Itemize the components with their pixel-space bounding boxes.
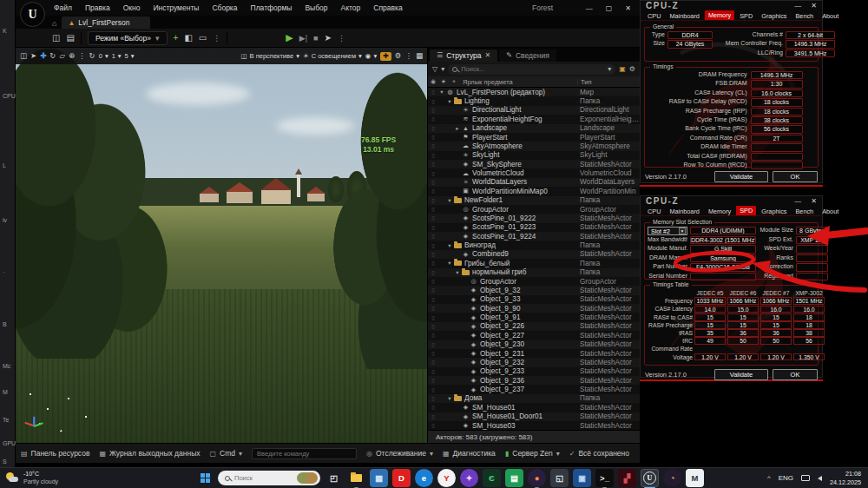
outliner-row[interactable]: ▯≡WorldDataLayersWorldDataLayers <box>428 178 640 187</box>
cpuz-tab[interactable]: About <box>819 10 842 20</box>
tab-level[interactable]: ▲ Lvl_FirstPerson <box>62 16 150 29</box>
type-column-header[interactable]: Тип <box>577 78 640 86</box>
cpuz-titlebar[interactable]: CPU-Z — ✕ <box>641 196 822 206</box>
expand-arrow-icon[interactable]: ▾ <box>446 395 453 402</box>
edge-browser-icon[interactable]: e <box>415 469 433 487</box>
outliner-row[interactable]: ▯▾ВиноградПапка <box>428 241 640 249</box>
add-actor-icon[interactable]: + <box>174 34 179 43</box>
menu-item[interactable]: Справка <box>373 3 402 12</box>
row-doc-icon[interactable]: ▯ <box>428 269 438 276</box>
expand-arrow-icon[interactable]: ▾ <box>446 98 453 105</box>
outliner-row[interactable]: ▯▾Грибы_белыйПапка <box>428 259 640 267</box>
outliner-row[interactable]: ▯◈Object_9_90StaticMeshActor <box>428 304 640 313</box>
browse-icon[interactable]: ▤ <box>66 34 74 43</box>
lit-mode-dropdown[interactable]: ☀ С освещением▾ <box>303 52 362 60</box>
outliner-row[interactable]: ▯◈Object_9_236StaticMeshActor <box>428 376 640 385</box>
medibang-app-icon[interactable]: M <box>686 469 704 487</box>
sphere-app-icon[interactable]: ◔ <box>663 469 681 487</box>
row-doc-icon[interactable]: ▯ <box>428 142 438 149</box>
purple-circle-app-icon[interactable]: ✦ <box>460 469 478 487</box>
row-doc-icon[interactable]: ▯ <box>428 377 438 384</box>
row-doc-icon[interactable]: ▯ <box>428 224 438 231</box>
cpuz-tab[interactable]: CPU <box>644 10 664 20</box>
play-options-kebab-icon[interactable]: ⋮ <box>338 34 345 43</box>
minimize-icon[interactable]: — <box>586 4 593 12</box>
unreal-titlebar[interactable]: ФайлПравкаОкноИнструментыСборкаПлатформы… <box>16 0 640 16</box>
unreal-editor-icon[interactable]: U <box>641 469 659 487</box>
row-doc-icon[interactable]: ▯ <box>428 197 438 204</box>
outliner-row[interactable]: ▯◈ScotsPine_01_9224StaticMeshActor <box>428 232 640 241</box>
expand-arrow-icon[interactable]: ▾ <box>446 242 453 249</box>
cpuz-titlebar[interactable]: CPU-Z — ✕ <box>641 1 822 10</box>
filter-funnel-icon[interactable]: ▽ <box>432 66 437 73</box>
outliner-row[interactable]: ▯◎GroupActorGroupActor <box>428 205 640 214</box>
row-doc-icon[interactable]: ▯ <box>428 422 438 429</box>
show-flags-dropdown[interactable]: ◉▾ <box>365 52 377 60</box>
menu-item[interactable]: Инструменты <box>153 3 199 12</box>
launch-button[interactable]: ➤ <box>324 34 331 43</box>
menu-item[interactable]: Правка <box>85 3 110 12</box>
start-button[interactable] <box>196 470 214 487</box>
outliner-row[interactable]: ▯◈Object_9_33StaticMeshActor <box>428 295 640 304</box>
menu-item[interactable]: Актор <box>341 3 361 12</box>
pin-column-icon[interactable]: ⌖ <box>449 78 459 85</box>
outliner-row[interactable]: ▯≋ExponentialHeightFogExponentialHeightF… <box>428 115 640 123</box>
expand-arrow-icon[interactable]: ▸ <box>454 125 461 132</box>
row-doc-icon[interactable]: ▯ <box>428 233 438 240</box>
expand-arrow-icon[interactable]: ▾ <box>446 197 453 204</box>
outliner-row[interactable]: ▯◈SM_House03StaticMeshActor <box>428 421 640 430</box>
label-column-header[interactable]: Ярлык предмета <box>459 78 577 86</box>
layout-grid-icon[interactable]: ▦ <box>416 52 423 60</box>
content-drawer-button[interactable]: ▤ Панель ресурсов <box>21 449 89 458</box>
close-tab-icon[interactable]: ✕ <box>485 52 491 59</box>
validate-button[interactable]: Validate <box>714 171 768 182</box>
cpuz-tab[interactable]: SPD <box>736 206 756 215</box>
cpuz-tab[interactable]: SPD <box>736 10 756 20</box>
select-tool-icon[interactable]: ➤ <box>30 52 36 60</box>
zen-server-dropdown[interactable]: ▮ Сервер Zen ▾ <box>505 449 560 458</box>
new-folder-icon[interactable]: ▣ <box>619 66 626 73</box>
outliner-row[interactable]: ▯◈Object_9_237StaticMeshActor <box>428 385 640 393</box>
editor-mode-button[interactable]: Режим «Выбор» ▾ <box>88 31 168 45</box>
outliner-row[interactable]: ▯◈Object_9_227StaticMeshActor <box>428 331 640 340</box>
ok-button[interactable]: OK <box>773 369 818 380</box>
row-doc-icon[interactable]: ▯ <box>428 152 438 159</box>
menu-item[interactable]: Платформы <box>251 3 293 12</box>
window-stack-app-icon[interactable]: ◱ <box>550 469 569 487</box>
outliner-row[interactable]: ▯◈Combined9StaticMeshActor <box>428 250 640 259</box>
cpuz-tab[interactable]: CPU <box>644 206 664 215</box>
outliner-row[interactable]: ▯▾нормльный грибПапка <box>428 268 640 277</box>
row-doc-icon[interactable]: ▯ <box>428 179 438 186</box>
chevron-down-icon[interactable]: ▾ <box>679 228 686 234</box>
yandex-browser-icon[interactable]: Y <box>437 469 456 487</box>
outliner-row[interactable]: ▯☁VolumetricCloudVolumetricCloud <box>428 168 640 177</box>
outliner-row[interactable]: ▯☀SkyLightSkyLight <box>428 151 640 160</box>
snap-angle-dropdown[interactable]: 0▾ <box>99 52 108 60</box>
expand-arrow-icon[interactable]: ▾ <box>446 260 453 267</box>
search-highlight-thumbnail[interactable] <box>297 472 318 484</box>
play-button[interactable]: ▶ <box>286 32 293 43</box>
row-doc-icon[interactable]: ▯ <box>428 115 438 122</box>
perspective-dropdown[interactable]: ◫ В перспективе▾ <box>241 52 299 60</box>
stop-button[interactable]: ■ <box>313 34 318 43</box>
close-icon[interactable]: ✕ <box>625 4 631 12</box>
row-doc-icon[interactable]: ▯ <box>428 251 438 258</box>
all-saved-status[interactable]: ✓ Всё сохранено <box>569 449 635 458</box>
trace-dropdown[interactable]: ◎ Отслеживание ▾ <box>366 449 433 458</box>
menu-item[interactable]: Окно <box>123 3 141 12</box>
row-doc-icon[interactable]: ▯ <box>428 125 438 132</box>
chevron-down-icon[interactable]: ▾ <box>608 66 611 73</box>
slot-select[interactable]: Slot #2▾ <box>648 227 687 235</box>
menu-item[interactable]: Выбор <box>305 3 327 12</box>
green-book-app-icon[interactable]: ▤ <box>505 469 523 487</box>
favorite-column-star-icon[interactable]: ★ <box>438 78 449 85</box>
row-doc-icon[interactable]: ▯ <box>428 242 438 249</box>
save-icon[interactable]: ◫ <box>52 34 60 43</box>
viewport-settings-gear-icon[interactable]: ⚙ <box>395 52 402 60</box>
outliner-row[interactable]: ▯▾NewFolder1Папка <box>428 196 640 205</box>
cpuz-tab[interactable]: Bench <box>792 206 817 215</box>
cpuz-tab[interactable]: Bench <box>792 10 817 20</box>
menu-item[interactable]: Файл <box>54 3 72 12</box>
expand-arrow-icon[interactable]: ▾ <box>438 89 445 96</box>
row-doc-icon[interactable]: ▯ <box>428 359 438 366</box>
